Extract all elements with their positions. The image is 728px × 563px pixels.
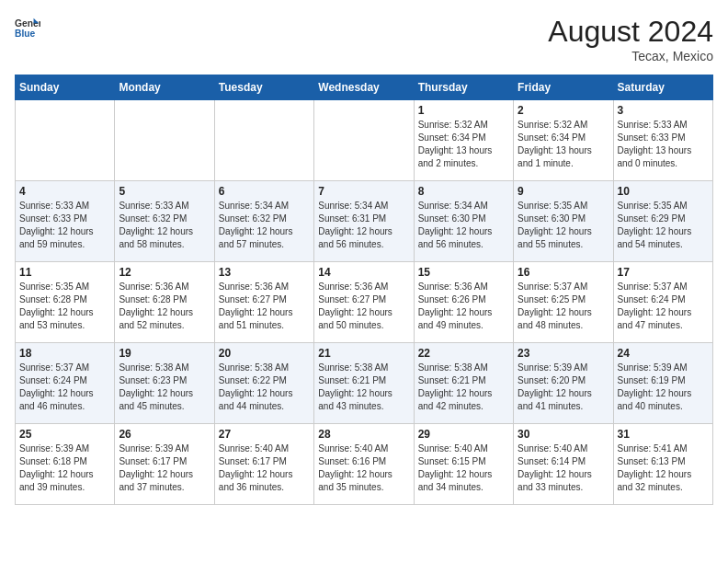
week-row-2: 4Sunrise: 5:33 AM Sunset: 6:33 PM Daylig… bbox=[16, 181, 713, 262]
day-number: 28 bbox=[318, 428, 409, 441]
day-info: Sunrise: 5:36 AM Sunset: 6:28 PM Dayligh… bbox=[119, 281, 210, 332]
calendar-cell: 16Sunrise: 5:37 AM Sunset: 6:25 PM Dayli… bbox=[514, 262, 613, 343]
logo: General Blue bbox=[15, 15, 40, 40]
day-number: 8 bbox=[418, 185, 509, 198]
day-info: Sunrise: 5:35 AM Sunset: 6:29 PM Dayligh… bbox=[618, 200, 709, 251]
day-info: Sunrise: 5:36 AM Sunset: 6:27 PM Dayligh… bbox=[318, 281, 409, 332]
day-info: Sunrise: 5:32 AM Sunset: 6:34 PM Dayligh… bbox=[418, 119, 509, 170]
day-info: Sunrise: 5:40 AM Sunset: 6:17 PM Dayligh… bbox=[219, 442, 310, 494]
calendar-cell: 21Sunrise: 5:38 AM Sunset: 6:21 PM Dayli… bbox=[314, 343, 414, 424]
dow-header-monday: Monday bbox=[115, 75, 214, 100]
svg-text:Blue: Blue bbox=[15, 29, 36, 39]
calendar-cell: 28Sunrise: 5:40 AM Sunset: 6:16 PM Dayli… bbox=[314, 424, 414, 505]
calendar-cell bbox=[115, 100, 214, 181]
month-year: August 2024 bbox=[548, 15, 713, 49]
day-number: 3 bbox=[618, 104, 709, 117]
day-number: 4 bbox=[19, 185, 110, 198]
calendar-table: SundayMondayTuesdayWednesdayThursdayFrid… bbox=[15, 75, 713, 505]
day-info: Sunrise: 5:37 AM Sunset: 6:24 PM Dayligh… bbox=[19, 362, 110, 413]
calendar-cell: 30Sunrise: 5:40 AM Sunset: 6:14 PM Dayli… bbox=[514, 424, 613, 505]
day-number: 10 bbox=[618, 185, 709, 198]
day-info: Sunrise: 5:34 AM Sunset: 6:31 PM Dayligh… bbox=[318, 200, 409, 251]
calendar-cell: 26Sunrise: 5:39 AM Sunset: 6:17 PM Dayli… bbox=[115, 424, 214, 505]
week-row-1: 1Sunrise: 5:32 AM Sunset: 6:34 PM Daylig… bbox=[16, 100, 713, 181]
dow-header-saturday: Saturday bbox=[613, 75, 712, 100]
calendar-cell: 24Sunrise: 5:39 AM Sunset: 6:19 PM Dayli… bbox=[613, 343, 712, 424]
day-info: Sunrise: 5:36 AM Sunset: 6:26 PM Dayligh… bbox=[418, 281, 509, 332]
calendar-cell bbox=[214, 100, 313, 181]
day-info: Sunrise: 5:38 AM Sunset: 6:21 PM Dayligh… bbox=[318, 362, 409, 413]
calendar-cell: 25Sunrise: 5:39 AM Sunset: 6:18 PM Dayli… bbox=[16, 424, 115, 505]
calendar-cell: 4Sunrise: 5:33 AM Sunset: 6:33 PM Daylig… bbox=[16, 181, 115, 262]
day-number: 31 bbox=[618, 428, 709, 441]
day-number: 1 bbox=[418, 104, 509, 117]
calendar-cell: 12Sunrise: 5:36 AM Sunset: 6:28 PM Dayli… bbox=[115, 262, 214, 343]
day-number: 22 bbox=[418, 347, 509, 360]
dow-header-thursday: Thursday bbox=[414, 75, 513, 100]
day-number: 13 bbox=[219, 266, 310, 279]
logo-icon: General Blue bbox=[15, 15, 40, 40]
day-info: Sunrise: 5:39 AM Sunset: 6:17 PM Dayligh… bbox=[119, 442, 210, 494]
day-number: 18 bbox=[19, 347, 110, 360]
day-number: 25 bbox=[19, 428, 110, 441]
location: Tecax, Mexico bbox=[548, 49, 713, 63]
calendar-cell: 15Sunrise: 5:36 AM Sunset: 6:26 PM Dayli… bbox=[414, 262, 513, 343]
page-header: General Blue August 2024 Tecax, Mexico bbox=[15, 15, 713, 63]
day-info: Sunrise: 5:34 AM Sunset: 6:30 PM Dayligh… bbox=[418, 200, 509, 251]
calendar-cell: 5Sunrise: 5:33 AM Sunset: 6:32 PM Daylig… bbox=[115, 181, 214, 262]
day-number: 15 bbox=[418, 266, 509, 279]
calendar-cell: 29Sunrise: 5:40 AM Sunset: 6:15 PM Dayli… bbox=[414, 424, 513, 505]
day-info: Sunrise: 5:33 AM Sunset: 6:32 PM Dayligh… bbox=[119, 200, 210, 251]
day-number: 26 bbox=[119, 428, 210, 441]
day-number: 19 bbox=[119, 347, 210, 360]
day-info: Sunrise: 5:32 AM Sunset: 6:34 PM Dayligh… bbox=[518, 119, 609, 170]
day-info: Sunrise: 5:33 AM Sunset: 6:33 PM Dayligh… bbox=[19, 200, 110, 251]
calendar-cell: 23Sunrise: 5:39 AM Sunset: 6:20 PM Dayli… bbox=[514, 343, 613, 424]
day-number: 30 bbox=[518, 428, 609, 441]
day-number: 5 bbox=[119, 185, 210, 198]
day-number: 11 bbox=[19, 266, 110, 279]
calendar-cell: 18Sunrise: 5:37 AM Sunset: 6:24 PM Dayli… bbox=[16, 343, 115, 424]
day-info: Sunrise: 5:40 AM Sunset: 6:14 PM Dayligh… bbox=[518, 442, 609, 494]
day-number: 9 bbox=[518, 185, 609, 198]
calendar-cell: 14Sunrise: 5:36 AM Sunset: 6:27 PM Dayli… bbox=[314, 262, 414, 343]
day-number: 27 bbox=[219, 428, 310, 441]
week-row-5: 25Sunrise: 5:39 AM Sunset: 6:18 PM Dayli… bbox=[16, 424, 713, 505]
week-row-4: 18Sunrise: 5:37 AM Sunset: 6:24 PM Dayli… bbox=[16, 343, 713, 424]
day-info: Sunrise: 5:36 AM Sunset: 6:27 PM Dayligh… bbox=[219, 281, 310, 332]
day-number: 14 bbox=[318, 266, 409, 279]
calendar-cell: 20Sunrise: 5:38 AM Sunset: 6:22 PM Dayli… bbox=[214, 343, 313, 424]
day-info: Sunrise: 5:35 AM Sunset: 6:30 PM Dayligh… bbox=[518, 200, 609, 251]
dow-header-sunday: Sunday bbox=[16, 75, 115, 100]
title-area: August 2024 Tecax, Mexico bbox=[548, 15, 713, 63]
week-row-3: 11Sunrise: 5:35 AM Sunset: 6:28 PM Dayli… bbox=[16, 262, 713, 343]
calendar-cell: 8Sunrise: 5:34 AM Sunset: 6:30 PM Daylig… bbox=[414, 181, 513, 262]
days-of-week-row: SundayMondayTuesdayWednesdayThursdayFrid… bbox=[16, 75, 713, 100]
dow-header-friday: Friday bbox=[514, 75, 613, 100]
day-number: 23 bbox=[518, 347, 609, 360]
day-number: 7 bbox=[318, 185, 409, 198]
calendar-cell bbox=[314, 100, 414, 181]
day-info: Sunrise: 5:38 AM Sunset: 6:21 PM Dayligh… bbox=[418, 362, 509, 413]
day-number: 16 bbox=[518, 266, 609, 279]
day-info: Sunrise: 5:38 AM Sunset: 6:23 PM Dayligh… bbox=[119, 362, 210, 413]
calendar-cell: 27Sunrise: 5:40 AM Sunset: 6:17 PM Dayli… bbox=[214, 424, 313, 505]
day-info: Sunrise: 5:39 AM Sunset: 6:18 PM Dayligh… bbox=[19, 442, 110, 494]
calendar-cell: 3Sunrise: 5:33 AM Sunset: 6:33 PM Daylig… bbox=[613, 100, 712, 181]
day-info: Sunrise: 5:37 AM Sunset: 6:25 PM Dayligh… bbox=[518, 281, 609, 332]
dow-header-tuesday: Tuesday bbox=[214, 75, 313, 100]
day-info: Sunrise: 5:34 AM Sunset: 6:32 PM Dayligh… bbox=[219, 200, 310, 251]
svg-text:General: General bbox=[15, 18, 40, 29]
calendar-cell: 17Sunrise: 5:37 AM Sunset: 6:24 PM Dayli… bbox=[613, 262, 712, 343]
calendar-cell: 31Sunrise: 5:41 AM Sunset: 6:13 PM Dayli… bbox=[613, 424, 712, 505]
calendar-cell: 13Sunrise: 5:36 AM Sunset: 6:27 PM Dayli… bbox=[214, 262, 313, 343]
calendar-cell: 22Sunrise: 5:38 AM Sunset: 6:21 PM Dayli… bbox=[414, 343, 513, 424]
calendar-cell: 19Sunrise: 5:38 AM Sunset: 6:23 PM Dayli… bbox=[115, 343, 214, 424]
calendar-cell: 11Sunrise: 5:35 AM Sunset: 6:28 PM Dayli… bbox=[16, 262, 115, 343]
day-info: Sunrise: 5:33 AM Sunset: 6:33 PM Dayligh… bbox=[618, 119, 709, 170]
day-info: Sunrise: 5:40 AM Sunset: 6:15 PM Dayligh… bbox=[418, 442, 509, 494]
calendar-cell: 2Sunrise: 5:32 AM Sunset: 6:34 PM Daylig… bbox=[514, 100, 613, 181]
calendar-cell: 6Sunrise: 5:34 AM Sunset: 6:32 PM Daylig… bbox=[214, 181, 313, 262]
day-info: Sunrise: 5:35 AM Sunset: 6:28 PM Dayligh… bbox=[19, 281, 110, 332]
day-info: Sunrise: 5:37 AM Sunset: 6:24 PM Dayligh… bbox=[618, 281, 709, 332]
